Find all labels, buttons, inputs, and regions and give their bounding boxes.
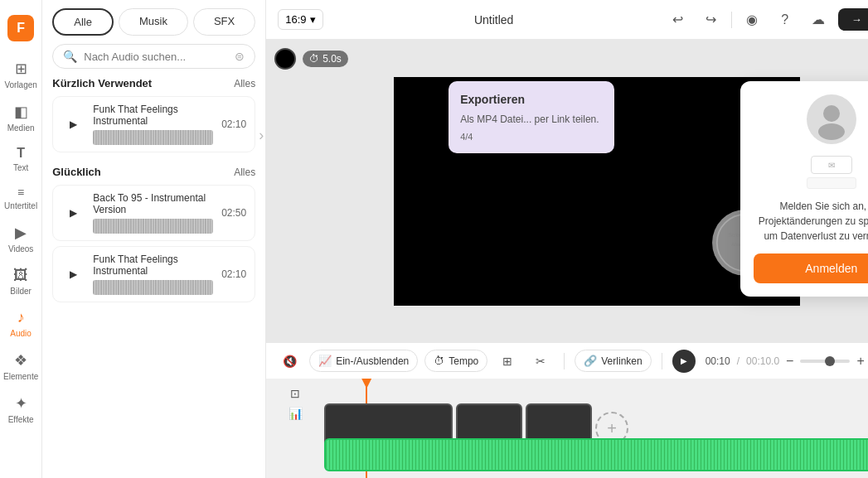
timeline: ⊡ 📊 01 02 03 + <box>266 379 868 478</box>
svg-point-3 <box>818 123 845 140</box>
play-button-1[interactable]: ▶ <box>61 113 85 136</box>
export-button[interactable]: → <box>838 8 868 31</box>
timeline-icon-1[interactable]: ⊡ <box>290 387 300 400</box>
logo-area: F <box>0 7 41 53</box>
sidebar-label-elemente: Elemente <box>3 372 38 381</box>
sidebar-item-videos[interactable]: ▶ Videos <box>0 217 41 260</box>
play-pause-button[interactable]: ▶ <box>672 350 696 373</box>
cloud-button[interactable]: ☁ <box>805 7 832 33</box>
login-button[interactable]: Anmelden <box>754 253 868 283</box>
sidebar-item-bilder[interactable]: 🖼 Bilder <box>0 260 41 302</box>
login-avatar-icon <box>807 94 856 144</box>
search-input[interactable] <box>84 51 228 63</box>
section-link-recent[interactable]: Alles <box>234 78 255 89</box>
export-popup-steps: 4/4 <box>460 132 603 142</box>
link-button[interactable]: 🔗 Verlinken <box>575 350 651 372</box>
zoom-controls: − + Passen <box>786 352 868 370</box>
tempo-button[interactable]: ⏱ Tempo <box>424 350 487 372</box>
tab-musik[interactable]: Musik <box>119 8 188 36</box>
fade-button[interactable]: 📈 Ein-/Ausblenden <box>309 350 418 372</box>
login-dots-row <box>807 177 856 189</box>
track-item-2: ▶ Back To 95 - Instrumental Version 02:5… <box>52 185 255 241</box>
timeline-icon-2[interactable]: 📊 <box>289 407 303 420</box>
toolbar-divider <box>731 12 732 28</box>
videos-icon: ▶ <box>15 224 27 242</box>
track-wave-2 <box>93 219 213 234</box>
tab-bar: Alle Musik SFX <box>42 0 265 36</box>
play-button-2[interactable]: ▶ <box>61 201 85 225</box>
clock-icon: ⏱ <box>309 53 319 65</box>
bottom-toolbar: 🔇 📈 Ein-/Ausblenden ⏱ Tempo ⊞ ✂ 🔗 Verlin… <box>266 342 868 379</box>
play-button-3[interactable]: ▶ <box>61 263 85 286</box>
track-wave-3 <box>93 280 213 295</box>
split-button[interactable]: ⊞ <box>494 348 521 374</box>
login-icons: ✉ <box>754 94 868 189</box>
fade-icon: 📈 <box>318 355 332 367</box>
login-popup: × ✉ Melden Sie sich an, um Projektänderu… <box>740 81 868 297</box>
track-name-3: Funk That Feelings Instrumental <box>93 253 213 277</box>
sidebar-item-text[interactable]: T Text <box>0 139 41 179</box>
time-current: 00:10 <box>706 355 730 367</box>
sidebar-label-audio: Audio <box>10 329 32 338</box>
zoom-out-button[interactable]: − <box>786 354 793 369</box>
sidebar-item-audio[interactable]: ♪ Audio <box>0 302 41 345</box>
track-item: ▶ Funk That Feelings Instrumental 02:10 <box>52 96 255 152</box>
face-detect-button[interactable]: ◉ <box>739 7 765 33</box>
aspect-ratio-button[interactable]: 16:9 ▾ <box>278 9 322 30</box>
audio-track[interactable] <box>324 438 868 471</box>
undo-button[interactable]: ↩ <box>665 7 691 33</box>
top-bar: 16:9 ▾ Untitled ↩ ↪ ◉ ? ☁ → <box>266 0 868 40</box>
export-popup-text: Als MP4 Datei... per Link teilen. <box>460 113 603 127</box>
medien-icon: ◧ <box>14 103 28 121</box>
effekte-icon: ✦ <box>15 394 27 413</box>
sidebar-item-elemente[interactable]: ❖ Elemente <box>0 345 41 388</box>
export-popup-title: Exportieren <box>460 93 603 106</box>
section-header-happy: Glücklich Alles <box>52 166 255 178</box>
chevron-down-icon: ▾ <box>310 13 316 26</box>
link-icon: 🔗 <box>584 355 597 367</box>
sidebar-label-text: Text <box>13 163 28 172</box>
help-button[interactable]: ? <box>772 7 798 33</box>
zoom-in-button[interactable]: + <box>856 354 864 369</box>
tab-alle[interactable]: Alle <box>52 8 114 36</box>
logo-icon[interactable]: F <box>7 15 34 41</box>
delete-button[interactable]: ✂ <box>527 348 554 374</box>
export-arrow-icon: → <box>851 13 862 26</box>
black-dot <box>274 48 296 70</box>
zoom-slider[interactable] <box>800 360 850 363</box>
sidebar: F ⊞ Vorlagen ◧ Medien T Text ≡ Untertite… <box>0 0 42 478</box>
time-total: 00:10.0 <box>746 355 779 367</box>
untertitel-icon: ≡ <box>17 186 24 199</box>
vorlagen-icon: ⊞ <box>15 60 27 78</box>
login-dots-bar <box>807 177 856 189</box>
track-duration-1: 02:10 <box>221 118 246 130</box>
track-name-1: Funk That Feelings Instrumental <box>93 104 213 127</box>
sidebar-item-untertitel[interactable]: ≡ Untertitel <box>0 179 41 217</box>
sidebar-item-vorlagen[interactable]: ⊞ Vorlagen <box>0 53 41 96</box>
sidebar-item-medien[interactable]: ◧ Medien <box>0 96 41 139</box>
track-info-1: Funk That Feelings Instrumental <box>93 104 213 145</box>
audio-icon: ♪ <box>17 309 25 326</box>
export-popup: Exportieren Als MP4 Datei... per Link te… <box>449 81 614 153</box>
login-icon-row: ✉ <box>811 156 852 174</box>
redo-button[interactable]: ↪ <box>698 7 725 33</box>
timeline-left: ⊡ 📊 <box>266 379 324 478</box>
sidebar-item-effekte[interactable]: ✦ Effekte <box>0 388 41 431</box>
toolbar-separator <box>564 353 565 369</box>
right-panel: 16:9 ▾ Untitled ↩ ↪ ◉ ? ☁ → ⏱ 5.0s <box>266 0 868 478</box>
tab-sfx[interactable]: SFX <box>193 8 255 36</box>
text-icon: T <box>17 146 25 161</box>
zoom-handle <box>825 356 835 366</box>
time-sep: / <box>737 355 739 367</box>
elemente-icon: ❖ <box>14 351 27 369</box>
sidebar-label-medien: Medien <box>7 123 35 133</box>
section-link-happy[interactable]: Alles <box>234 167 255 178</box>
tempo-label: Tempo <box>449 355 478 367</box>
filter-icon[interactable]: ⊜ <box>235 50 245 63</box>
sidebar-label-bilder: Bilder <box>10 287 32 296</box>
aspect-ratio-label: 16:9 <box>285 13 306 26</box>
sidebar-label-untertitel: Untertitel <box>4 201 37 210</box>
scroll-arrow: › <box>259 127 264 144</box>
duration-badge: ⏱ 5.0s <box>303 51 348 67</box>
mute-button[interactable]: 🔇 <box>276 348 303 374</box>
